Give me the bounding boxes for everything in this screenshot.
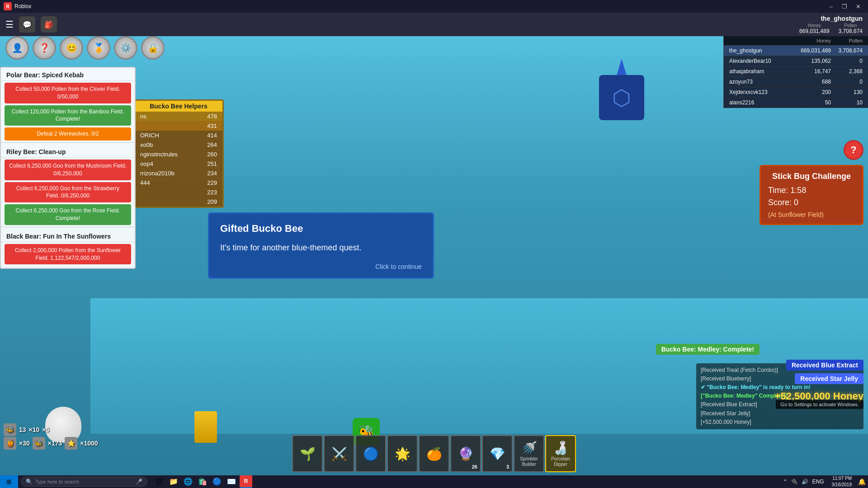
network-icon[interactable]: 🔌: [790, 479, 799, 485]
search-icon: 🔍: [26, 479, 33, 485]
game-icons-row: 👤 ❓ 😊 🏅 ⚙️ 🔒: [5, 36, 165, 60]
leaderboard-header: Honey Pollen: [724, 36, 868, 46]
player-name: the_ghostgun: [799, 15, 863, 22]
hotbar-slot-0[interactable]: 🌱: [292, 435, 323, 472]
helper-score-5: 251: [207, 160, 217, 167]
question-icon-btn[interactable]: ❓: [33, 36, 56, 60]
windows-taskbar: ⊞ 🔍 Type here to search 🎤 ⊟ 📁 🌐 🛍️ 🔵 ✉️ …: [0, 475, 868, 488]
app-icon: R: [4, 2, 12, 10]
counter-val-4: ×1000: [80, 440, 98, 447]
bee-counter-icon: 🐝: [4, 423, 16, 436]
lb-honey-me: 669,031,489: [786, 47, 831, 54]
lb-pollen-3: 0: [831, 79, 863, 85]
taskbar-explorer[interactable]: 📁: [167, 475, 180, 488]
hotbar-slot-6[interactable]: 💎 3: [482, 435, 513, 472]
counter-val-1: 13: [19, 426, 26, 433]
quest-item-1-0: Collect 6,250,000 Goo from the Mushroom …: [5, 160, 131, 180]
settings-icon-btn[interactable]: ⚙️: [114, 36, 137, 60]
helper-score-6: 234: [207, 170, 217, 177]
hotbar-slot-sprinkler[interactable]: 🚿 SprinklerBuilder: [514, 435, 544, 472]
help-button[interactable]: ?: [844, 140, 863, 160]
helper-row-7: 444 229: [135, 178, 222, 188]
close-button[interactable]: ✕: [852, 2, 864, 11]
hotbar-slot-porcelain[interactable]: 🍶 PorcelainDipper: [545, 435, 576, 472]
notif-complete-banner: Bucko Bee: Medley: Complete!: [656, 344, 760, 355]
helper-row-9: 209: [135, 197, 222, 206]
lb-player-1: AlexanderBear10: [729, 58, 786, 64]
top-nav-bar: ☰ 💬 🎒 the_ghostgun Honey 669,031,489 Pol…: [0, 13, 868, 36]
quest-item-0-1: Collect 120,000 Pollen from the Bamboo F…: [5, 105, 131, 126]
hotbar-icon-5: 🔮: [458, 446, 474, 461]
hotbar-icon-6: 💎: [490, 446, 505, 461]
sbc-location: (At Sunflower Field): [768, 211, 855, 218]
taskbar-search-box[interactable]: 🔍 Type here to search 🎤: [21, 477, 147, 487]
lb-row-2: athaqabraham 16,747 2,368: [724, 66, 868, 77]
lb-player-2: athaqabraham: [729, 68, 786, 75]
honey-label: Honey: [799, 23, 830, 28]
helper-name-7: 444: [140, 179, 150, 186]
hotbar-slot-3[interactable]: 🌟: [387, 435, 418, 472]
helper-name-6: rrizona2010b: [140, 170, 175, 177]
taskbar-taskview[interactable]: ⊟: [153, 475, 165, 488]
taskbar-edge[interactable]: 🌐: [182, 475, 194, 488]
volume-icon[interactable]: 🔊: [800, 479, 810, 485]
hotbar-icon-0: 🌱: [300, 446, 316, 461]
hotbar-label-porcelain: PorcelainDipper: [551, 456, 570, 467]
pollen-stat: Pollen 3,708,674: [839, 23, 863, 34]
window-controls: – ❐ ✕: [825, 2, 864, 11]
minimize-button[interactable]: –: [825, 2, 837, 11]
bee-dialog-continue[interactable]: Click to continue: [220, 263, 422, 270]
profile-icon-btn[interactable]: 👤: [5, 36, 29, 60]
hotbar-slot-2[interactable]: 🔵: [355, 435, 386, 472]
taskbar-notification[interactable]: 🔔: [855, 475, 868, 488]
lb-player-4: Xejderxxcvk123: [729, 89, 786, 95]
chat-line-6: [+52,500,000 Honey]: [701, 418, 859, 427]
helper-row-8: 223: [135, 188, 222, 197]
hotbar-slot-1[interactable]: ⚔️: [324, 435, 354, 472]
sbc-time-row: Time: 1:58: [768, 186, 855, 195]
chat-icon[interactable]: 💬: [19, 16, 35, 33]
hotbar-slot-4[interactable]: 🍊: [419, 435, 449, 472]
medal-icon-btn[interactable]: 🏅: [87, 36, 110, 60]
hotbar: 🌱 ⚔️ 🔵 🌟 🍊 🔮 26 💎 3 🚿 SprinklerBuilder 🍶…: [0, 432, 868, 475]
lang-icon[interactable]: ENG: [811, 479, 825, 485]
lb-row-me: the_ghostgun 669,031,489 3,708,674: [724, 46, 868, 56]
quest-item-1-2: Collect 6,250,000 Goo from the Rose Fiel…: [5, 204, 131, 225]
player-info: the_ghostgun Honey 669,031,489 Pollen 3,…: [799, 15, 863, 34]
lb-pollen-1: 0: [831, 58, 863, 64]
helpers-title: Bucko Bee Helpers: [135, 101, 222, 112]
taskbar-time: 11:07 PM: [832, 475, 852, 482]
hotbar-icon-4: 🍊: [426, 446, 442, 461]
bee-dialog[interactable]: Gifted Bucko Bee It's time for another b…: [208, 212, 434, 279]
lb-player-me: the_ghostgun: [729, 47, 786, 54]
taskbar-chrome[interactable]: 🔵: [211, 475, 223, 488]
menu-icon[interactable]: ☰: [5, 19, 14, 30]
taskbar-roblox[interactable]: R: [240, 475, 252, 488]
counter-x5: ×5: [42, 426, 49, 433]
helper-name-0: ns: [140, 113, 146, 120]
taskbar-clock[interactable]: 11:07 PM 3/16/2019: [828, 475, 856, 488]
windows-activation-notice: Go to Settings to activate Windows.: [776, 400, 863, 409]
helper-score-3: 264: [207, 141, 217, 148]
expand-tray-icon[interactable]: ⌃: [782, 479, 789, 485]
shop-icon-btn[interactable]: 🔒: [141, 36, 165, 60]
honey-counter-icon: 🍯: [4, 437, 16, 450]
helper-row-0: ns 478: [135, 112, 222, 121]
helper-row-1: 431: [135, 121, 222, 131]
helper-name-4: nginstinctrules: [140, 151, 178, 158]
notif-received-star-banner: Received Star Jelly: [795, 373, 863, 384]
lb-honey-2: 16,747: [786, 68, 831, 75]
helper-name-3: xo0b: [140, 141, 153, 148]
bottom-left-info: 🐝 13 ×10 ×5 🍯 ×30 🐝 ×173 ⭐ ×1000: [4, 423, 98, 450]
hotbar-slot-5[interactable]: 🔮 26: [450, 435, 481, 472]
badge-icon-btn[interactable]: 😊: [60, 36, 83, 60]
inventory-icon[interactable]: 🎒: [41, 16, 57, 33]
leaderboard-panel: Honey Pollen the_ghostgun 669,031,489 3,…: [723, 36, 868, 108]
start-button[interactable]: ⊞: [0, 475, 18, 488]
taskbar-mail[interactable]: ✉️: [225, 475, 238, 488]
restore-button[interactable]: ❐: [838, 2, 851, 11]
taskbar-store[interactable]: 🛍️: [196, 475, 209, 488]
title-bar: R Roblox – ❐ ✕: [0, 0, 868, 13]
helper-score-2: 414: [207, 132, 217, 139]
helper-score-1: 431: [207, 122, 217, 129]
